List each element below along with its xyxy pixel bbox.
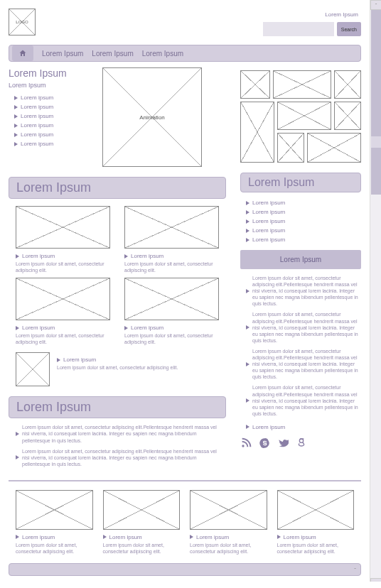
svg-point-0 <box>242 445 244 447</box>
header-link[interactable]: Lorem Ipsum <box>263 11 358 18</box>
image-placeholder <box>334 70 361 99</box>
right-text-list: Lorem ipsum dolor sit amet, consectetur … <box>240 275 361 417</box>
google-icon[interactable] <box>296 437 307 452</box>
image-placeholder <box>240 102 274 163</box>
bullet-icon <box>246 425 249 429</box>
bullet-icon <box>103 535 107 539</box>
bullet-icon <box>246 238 249 242</box>
hero-bullet-list: Lorem ipsum Lorem ipsum Lorem ipsum Lore… <box>9 94 94 147</box>
bullet-icon <box>16 432 19 436</box>
main-nav: Lorem Ipsum Lorem Ipsum Lorem Ipsum <box>9 45 361 62</box>
bullet-icon <box>14 142 18 146</box>
bullet-icon <box>16 535 19 539</box>
image-placeholder <box>16 352 50 386</box>
nav-item-2[interactable]: Lorem Ipsum <box>92 50 133 58</box>
divider <box>9 480 361 481</box>
bullet-icon <box>124 326 128 330</box>
image-placeholder <box>124 206 219 249</box>
nav-item-1[interactable]: Lorem Ipsum <box>42 50 83 58</box>
bullet-icon <box>246 229 249 233</box>
card: Lorem ipsum Lorem ipsum dolor sit amet, … <box>277 490 355 555</box>
bullet-icon <box>124 254 128 258</box>
bullet-icon <box>246 398 249 403</box>
image-placeholder <box>277 102 331 130</box>
bullet-icon <box>246 325 249 330</box>
scrollbar-grip[interactable] <box>371 136 381 148</box>
image-placeholder <box>273 70 331 99</box>
social-icons <box>240 437 361 452</box>
bullet-icon <box>190 535 193 539</box>
image-placeholder <box>16 490 93 530</box>
nav-item-3[interactable]: Lorem Ipsum <box>142 50 183 58</box>
hero-title: Lorem Ipsum <box>9 67 94 79</box>
card: Lorem ipsum Lorem ipsum dolor sit amet, … <box>16 278 110 345</box>
right-final: Lorem ipsum <box>240 424 361 430</box>
hero-subtitle: Lorem Ipsum <box>9 82 94 89</box>
thumbnail-gallery <box>240 70 361 163</box>
card: Lorem ipsum Lorem ipsum dolor sit amet, … <box>16 490 93 555</box>
scrollbar-thumb[interactable] <box>371 10 381 195</box>
svg-point-1 <box>299 439 303 442</box>
section-heading-1: Lorem Ipsum <box>9 177 226 199</box>
animation-placeholder: Animation <box>102 67 202 167</box>
chevron-up-icon[interactable]: ˆ <box>354 567 356 573</box>
bullet-icon <box>14 114 18 119</box>
bullet-icon <box>246 210 249 214</box>
card: Lorem ipsum Lorem ipsum dolor sit amet, … <box>124 278 219 345</box>
mini-card: Lorem ipsum Lorem ipsum dolor sit amet, … <box>9 352 226 386</box>
bullet-icon <box>14 96 18 100</box>
image-placeholder <box>190 490 267 530</box>
text-list: Lorem ipsum dolor sit amet, consectetur … <box>9 424 226 467</box>
card: Lorem ipsum Lorem ipsum dolor sit amet, … <box>190 490 267 555</box>
footer-bar[interactable]: ˆ <box>9 563 361 576</box>
right-heading: Lorem Ipsum <box>240 173 361 192</box>
bullet-icon <box>246 289 249 293</box>
bullet-icon <box>246 201 249 205</box>
bullet-icon <box>246 362 249 366</box>
image-placeholder <box>307 133 361 163</box>
image-placeholder <box>124 278 219 320</box>
skype-icon[interactable] <box>259 437 270 452</box>
card: Lorem ipsum Lorem ipsum dolor sit amet, … <box>124 206 219 273</box>
image-placeholder <box>334 102 361 130</box>
right-bullet-list: Lorem ipsum Lorem ipsum Lorem ipsum Lore… <box>240 200 361 243</box>
twitter-icon[interactable] <box>277 437 289 452</box>
image-placeholder <box>103 490 181 530</box>
bullet-icon <box>16 455 19 459</box>
bullet-icon <box>246 219 249 224</box>
scroll-down-button[interactable]: ˇ <box>370 578 381 582</box>
section-heading-2: Lorem Ipsum <box>9 396 226 418</box>
image-placeholder <box>277 490 355 530</box>
bullet-icon <box>57 358 60 362</box>
image-placeholder <box>240 70 270 99</box>
search-button[interactable]: Search <box>337 22 361 36</box>
scrollbar[interactable]: ˆ ˇ <box>370 0 381 582</box>
bullet-icon <box>277 535 281 539</box>
image-placeholder <box>277 133 304 163</box>
card: Lorem ipsum Lorem ipsum dolor sit amet, … <box>103 490 181 555</box>
bullet-icon <box>14 105 18 109</box>
scroll-up-button[interactable]: ˆ <box>370 0 381 10</box>
box-heading: Lorem Ipsum <box>240 250 361 269</box>
home-button[interactable] <box>12 45 33 61</box>
logo[interactable]: LOGO <box>9 9 36 36</box>
card: Lorem ipsum Lorem ipsum dolor sit amet, … <box>16 206 110 273</box>
search-input[interactable] <box>263 22 334 36</box>
rss-icon[interactable] <box>240 437 252 452</box>
image-placeholder <box>16 206 110 249</box>
bullet-icon <box>16 326 19 330</box>
bullet-icon <box>14 124 18 128</box>
bullet-icon <box>16 254 19 258</box>
image-placeholder <box>16 278 110 320</box>
bullet-icon <box>14 133 18 137</box>
home-icon <box>18 49 27 58</box>
